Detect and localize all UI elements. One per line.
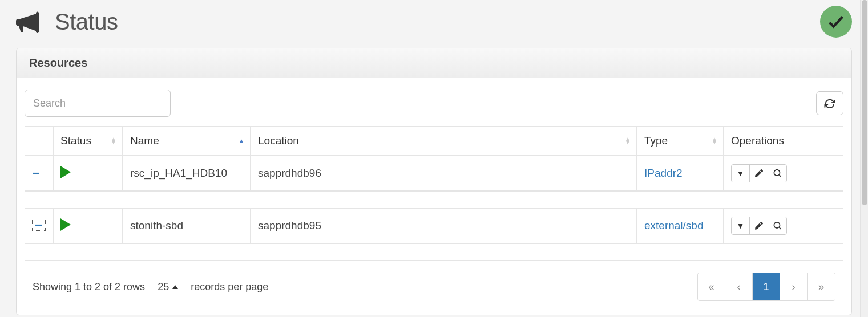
page-prev[interactable]: ‹	[725, 273, 753, 300]
resources-panel: Resources Status ▲▼	[16, 48, 852, 315]
cell-location: sapprdhdb96	[251, 156, 637, 191]
pagination: « ‹ 1 › »	[697, 273, 835, 301]
cell-name: rsc_ip_HA1_HDB10	[123, 156, 251, 191]
view-button[interactable]	[768, 165, 786, 182]
type-link[interactable]: external/sbd	[644, 220, 704, 231]
column-status-label: Status	[60, 135, 91, 147]
table-spacer	[25, 243, 843, 261]
dropdown-button[interactable]: ▼	[732, 217, 750, 234]
column-status[interactable]: Status ▲▼	[53, 126, 123, 156]
running-icon	[60, 218, 71, 231]
cell-name: stonith-sbd	[123, 208, 251, 243]
page-next[interactable]: ›	[780, 273, 808, 300]
check-icon	[826, 12, 846, 31]
refresh-button[interactable]	[816, 91, 843, 115]
resources-table: Status ▲▼ Name ▲ Location ▲▼ Type	[25, 126, 843, 261]
megaphone-icon	[16, 10, 39, 33]
showing-text: Showing 1 to 2 of 2 rows	[33, 281, 145, 293]
scrollbar-thumb[interactable]	[862, 0, 867, 205]
page-size-selector[interactable]: 25	[158, 281, 178, 293]
column-name[interactable]: Name ▲	[123, 126, 251, 156]
panel-heading: Resources	[17, 48, 851, 78]
page-current[interactable]: 1	[753, 273, 780, 300]
dropdown-button[interactable]: ▼	[732, 165, 750, 182]
scrollbar[interactable]	[860, 0, 868, 317]
status-ok-badge	[820, 6, 852, 38]
page-size-value: 25	[158, 281, 169, 293]
search-input[interactable]	[25, 90, 171, 117]
caret-up-icon	[172, 285, 178, 289]
type-link[interactable]: IPaddr2	[644, 167, 683, 179]
column-expand	[25, 126, 53, 156]
column-name-label: Name	[130, 135, 159, 147]
table-row: − rsc_ip_HA1_HDB10 sapprdhdb96 IPaddr2 ▼	[25, 156, 843, 191]
table-spacer	[25, 191, 843, 208]
view-button[interactable]	[768, 217, 786, 234]
page-last[interactable]: »	[808, 273, 835, 300]
column-location[interactable]: Location ▲▼	[251, 126, 637, 156]
table-row: − stonith-sbd sapprdhdb95 external/sbd ▼	[25, 208, 843, 243]
edit-button[interactable]	[750, 165, 768, 182]
column-type[interactable]: Type ▲▼	[637, 126, 724, 156]
pencil-icon	[755, 169, 763, 177]
column-type-label: Type	[644, 135, 668, 147]
column-location-label: Location	[258, 135, 299, 147]
magnifier-icon	[773, 169, 781, 177]
column-operations: Operations	[724, 126, 843, 156]
page-first[interactable]: «	[698, 273, 725, 300]
column-operations-label: Operations	[731, 135, 784, 147]
refresh-icon	[824, 97, 835, 109]
records-per-page-label: records per page	[191, 281, 268, 293]
expand-toggle[interactable]: −	[32, 220, 46, 231]
page-title: Status	[55, 9, 118, 35]
pencil-icon	[755, 222, 763, 230]
expand-toggle[interactable]: −	[32, 165, 40, 181]
magnifier-icon	[773, 222, 781, 230]
running-icon	[60, 166, 71, 178]
edit-button[interactable]	[750, 217, 768, 234]
cell-location: sapprdhdb95	[251, 208, 637, 243]
